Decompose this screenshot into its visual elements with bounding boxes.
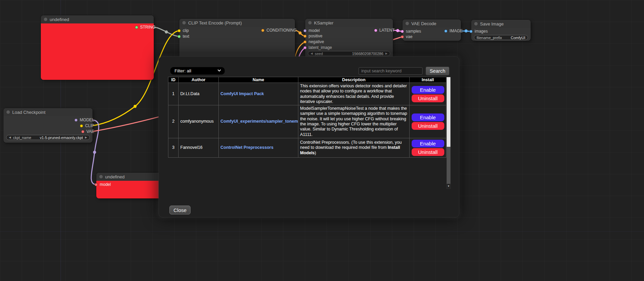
- node-title-bar[interactable]: VAE Decode: [402, 19, 461, 28]
- collapse-dot-icon[interactable]: [406, 22, 409, 25]
- input-slot-positive[interactable]: positive: [303, 34, 323, 38]
- node-title: undefined: [105, 174, 125, 179]
- node-undefined-top[interactable]: undefined STRING: [41, 15, 154, 80]
- prev-arrow-icon[interactable]: ◀: [311, 51, 313, 56]
- node-title: undefined: [50, 17, 69, 22]
- model-input-dot[interactable]: [303, 29, 307, 32]
- output-slot-string[interactable]: STRING: [135, 25, 155, 30]
- uninstall-button[interactable]: Uninstall: [412, 94, 444, 102]
- column-header-id: ID: [168, 77, 179, 83]
- table-scrollbar[interactable]: ▼: [446, 77, 451, 189]
- image-output-dot[interactable]: [444, 30, 447, 33]
- ckpt-name-widget[interactable]: ◀ ckpt_name v1-5-pruned-emaonly.ckpt ▶: [6, 135, 90, 140]
- input-slot-latent-image[interactable]: latent_image: [303, 45, 332, 50]
- collapse-dot-icon[interactable]: [182, 21, 186, 24]
- extension-id: 2: [168, 105, 179, 138]
- input-slot-model[interactable]: model: [303, 28, 320, 33]
- output-slot-image[interactable]: IMAGE: [444, 29, 463, 33]
- collapse-dot-icon[interactable]: [99, 175, 103, 178]
- clip-output-dot[interactable]: [80, 124, 83, 127]
- input-slot-images[interactable]: images: [469, 29, 488, 34]
- samples-input-dot[interactable]: [401, 30, 404, 33]
- enable-button[interactable]: Enable: [412, 140, 444, 147]
- model-output-dot[interactable]: [75, 119, 78, 122]
- enable-button[interactable]: Enable: [412, 113, 444, 121]
- input-slot-vae[interactable]: vae: [401, 34, 412, 39]
- node-load-checkpoint[interactable]: Load Checkpoint MODEL CLIP VAE ◀ ckpt_na…: [3, 108, 93, 143]
- seed-widget[interactable]: ◀ seed 156680208700286 ▶: [308, 51, 390, 56]
- column-header-author: Author: [179, 77, 219, 83]
- output-slot-conditioning[interactable]: CONDITIONING: [261, 28, 297, 33]
- node-save-image[interactable]: Save Image images filename_prefix ComfyU…: [471, 20, 531, 41]
- node-vae-decode[interactable]: VAE Decode samples vae IMAGE: [402, 19, 461, 41]
- filter-select[interactable]: Filter: all: [170, 67, 225, 75]
- positive-input-dot[interactable]: [303, 35, 307, 38]
- scrollbar-thumb[interactable]: [447, 77, 450, 147]
- extension-description: This extension offers various detector n…: [298, 83, 410, 105]
- input-slot-clip[interactable]: clip: [178, 28, 189, 33]
- input-slot-negative[interactable]: negative: [303, 39, 324, 44]
- vae-input-dot[interactable]: [401, 35, 404, 38]
- clip-input-dot[interactable]: [178, 29, 181, 32]
- column-header-description: Description: [298, 77, 410, 83]
- node-title: CLIP Text Encode (Prompt): [188, 20, 242, 25]
- input-slot-text[interactable]: text: [178, 34, 189, 39]
- output-slot-model[interactable]: MODEL: [75, 118, 94, 122]
- node-title-bar[interactable]: Save Image: [471, 20, 531, 28]
- uninstall-button[interactable]: Uninstall: [412, 122, 444, 130]
- node-title-bar[interactable]: KSampler: [305, 19, 393, 27]
- extension-author: comfyanonymous: [179, 105, 219, 138]
- node-title-bar[interactable]: undefined: [41, 15, 154, 23]
- chevron-down-icon: [218, 68, 221, 72]
- manager-dialog: Filter: all Search ID Author Name Descri…: [159, 56, 459, 217]
- output-slot-latent[interactable]: LATENT: [374, 28, 395, 33]
- extension-id: 3: [168, 138, 179, 157]
- extension-link[interactable]: ComfyUI_experiments/sampler_tonemap: [220, 119, 298, 124]
- table-row: 3 Fannovel16 ControlNet Preprocessors Co…: [168, 138, 446, 157]
- latent-output-dot[interactable]: [374, 29, 377, 32]
- input-slot-model[interactable]: model: [95, 182, 111, 187]
- collapse-dot-icon[interactable]: [474, 22, 478, 25]
- collapse-dot-icon[interactable]: [308, 21, 312, 24]
- next-arrow-icon[interactable]: ▶: [385, 51, 387, 56]
- node-title: Save Image: [480, 21, 503, 27]
- images-input-dot[interactable]: [469, 30, 473, 33]
- close-button[interactable]: Close: [169, 206, 191, 214]
- node-undefined-bottom[interactable]: undefined model: [96, 173, 164, 198]
- table-header-row: ID Author Name Description Install: [168, 77, 446, 83]
- next-arrow-icon[interactable]: ▶: [85, 135, 87, 140]
- filename-prefix-widget[interactable]: filename_prefix ComfyUI: [474, 35, 528, 40]
- table-row: 2 comfyanonymous ComfyUI_experiments/sam…: [168, 105, 446, 138]
- vae-output-dot[interactable]: [81, 130, 84, 133]
- extension-link[interactable]: ControlNet Preprocessors: [220, 145, 274, 150]
- node-title-bar[interactable]: undefined: [96, 173, 164, 181]
- node-body: [41, 23, 154, 80]
- uninstall-button[interactable]: Uninstall: [412, 148, 444, 156]
- search-input[interactable]: [359, 67, 423, 75]
- text-input-dot[interactable]: [178, 35, 181, 38]
- string-output-dot[interactable]: [135, 26, 138, 29]
- scroll-down-icon[interactable]: ▼: [447, 184, 450, 189]
- collapse-dot-icon[interactable]: [6, 110, 10, 114]
- extension-description: ModelSamplerTonemapNoiseTest a node that…: [298, 105, 410, 138]
- collapse-dot-icon[interactable]: [44, 18, 47, 21]
- output-slot-clip[interactable]: CLIP: [80, 123, 94, 128]
- input-slot-samples[interactable]: samples: [401, 29, 421, 34]
- node-title: VAE Decode: [411, 21, 436, 26]
- negative-input-dot[interactable]: [303, 40, 307, 43]
- model-input-dot[interactable]: [95, 183, 98, 186]
- extension-link[interactable]: ComfyUI Impact Pack: [220, 91, 264, 96]
- prev-arrow-icon[interactable]: ◀: [9, 135, 11, 140]
- canvas-axis-horizontal: [0, 231, 644, 232]
- extension-description: ControlNet Preprocessors. (To use this e…: [298, 138, 410, 157]
- conditioning-output-dot[interactable]: [261, 29, 264, 32]
- output-slot-vae[interactable]: VAE: [81, 129, 94, 134]
- enable-button[interactable]: Enable: [412, 86, 444, 94]
- node-title-bar[interactable]: CLIP Text Encode (Prompt): [179, 19, 295, 27]
- search-button[interactable]: Search: [426, 67, 449, 75]
- extension-author: Dr.Lt.Data: [179, 83, 219, 105]
- extension-id: 1: [168, 83, 179, 105]
- node-title-bar[interactable]: Load Checkpoint: [3, 108, 93, 116]
- latent-image-input-dot[interactable]: [303, 46, 307, 49]
- node-title: KSampler: [314, 20, 333, 25]
